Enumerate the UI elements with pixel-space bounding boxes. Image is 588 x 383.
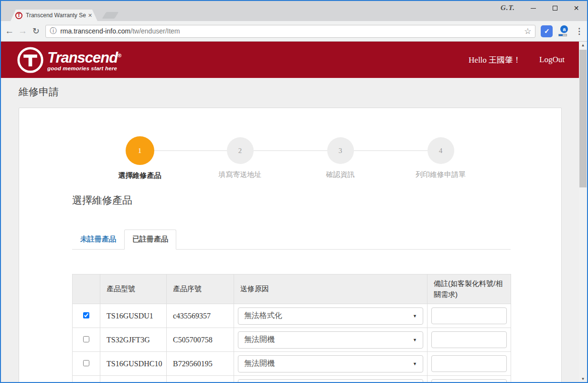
row-2-remark-input[interactable] (431, 331, 507, 348)
row-1-remark-input[interactable] (431, 307, 507, 324)
url-domain: rma.transcend-info.com (60, 27, 130, 35)
browser-window: { "browser": { "profile_name": "G.T.", "… (0, 0, 588, 383)
row-2-checkbox[interactable] (83, 336, 89, 342)
row-2-serial: C505700758 (167, 328, 234, 352)
logo-text: Transcend® good memories start here (47, 48, 121, 71)
brand-tagline: good memories start here (47, 66, 121, 71)
step-2-label: 填寫寄送地址 (219, 170, 262, 179)
reload-button[interactable]: ↻ (29, 26, 43, 36)
step-3-label: 確認資訊 (326, 170, 355, 179)
row-4-reason-select[interactable]: 無法開機 ▼ (238, 379, 423, 383)
row-3-remark-input[interactable] (431, 355, 507, 372)
header-serial: 產品序號 (167, 274, 234, 304)
step-2-circle: 2 (227, 137, 254, 164)
letter-a-icon: a (560, 25, 568, 33)
row-4-serial: B729560194 (167, 376, 234, 383)
table-row: TS16GUSDU1 c435569357 無法格式化 ▼ (73, 304, 511, 328)
close-icon: ✕ (574, 5, 579, 11)
table-header-row: 產品型號 產品序號 送修原因 備註(如客製化料號/相關需求) (73, 274, 511, 304)
step-3-circle: 3 (327, 137, 354, 164)
row-3-reason-select[interactable]: 無法開機 ▼ (238, 355, 423, 372)
close-button[interactable]: ✕ (566, 1, 587, 15)
site-header: Transcend® good memories start here Hell… (1, 42, 579, 78)
chevron-down-icon: ▼ (413, 338, 417, 342)
header-checkbox-col (73, 274, 100, 304)
step-4-print-form: 4 列印維修申請單 (391, 136, 491, 180)
step-1-circle: 1 (126, 136, 154, 165)
row-4-remark-input[interactable] (431, 379, 507, 383)
forward-button[interactable]: → (16, 26, 30, 36)
page-viewport: Transcend® good memories start here Hell… (1, 42, 579, 383)
window-controls: ✕ (523, 1, 587, 15)
browser-toolbar: ← → ↻ ⓘ rma.transcend-info.com /tw/endus… (1, 21, 587, 42)
transcend-logo-icon (17, 46, 44, 74)
page-info-icon[interactable]: ⓘ (50, 27, 56, 35)
extension-button-2[interactable]: a (558, 25, 570, 37)
header-right: Hello 王國肇！ LogOut (469, 55, 565, 66)
step-1-label: 選擇維修產品 (118, 171, 161, 180)
extension-button-1[interactable]: ✓ (541, 25, 553, 37)
minimize-icon (531, 8, 536, 9)
content-card: 1 選擇維修產品 2 填寫寄送地址 3 確認資訊 4 列印維修申請單 選擇維修產… (19, 108, 562, 383)
row-1-reason-select[interactable]: 無法格式化 ▼ (238, 307, 423, 325)
address-bar[interactable]: ⓘ rma.transcend-info.com /tw/enduser/Ite… (45, 25, 535, 38)
row-2-model: TS32GJFT3G (100, 328, 167, 352)
back-button[interactable]: ← (3, 26, 16, 36)
maximize-button[interactable] (544, 1, 566, 15)
chrome-profile-button[interactable]: G.T. (501, 4, 515, 12)
scroll-down-icon[interactable]: ▼ (579, 375, 587, 383)
minimize-button[interactable] (523, 1, 544, 15)
logout-link[interactable]: LogOut (539, 55, 565, 65)
vertical-scrollbar[interactable]: ▲ ▼ (579, 42, 587, 383)
table-row: TS16GUSDHC10 B729560195 無法開機 ▼ (73, 352, 511, 376)
product-tabs: 未註冊產品 已註冊產品 (72, 229, 511, 250)
table-row: TS32GJFT3G C505700758 無法開機 ▼ (73, 328, 511, 352)
slider-icon (558, 34, 567, 36)
header-reason: 送修原因 (234, 274, 428, 304)
chevron-down-icon: ▼ (413, 361, 417, 366)
row-3-checkbox[interactable] (83, 360, 89, 366)
page-title: 維修申請 (1, 78, 579, 108)
maximize-icon (553, 6, 557, 11)
section-title: 選擇維修產品 (72, 194, 561, 207)
step-2-shipping-address: 2 填寫寄送地址 (190, 136, 290, 180)
row-1-serial: c435569357 (167, 304, 234, 328)
chrome-menu-button[interactable]: ⋮ (575, 26, 583, 36)
new-tab-button[interactable] (102, 12, 119, 19)
row-1-checkbox[interactable] (83, 312, 89, 318)
product-table: 產品型號 產品序號 送修原因 備註(如客製化料號/相關需求) TS16GUSDU… (72, 274, 511, 383)
transcend-favicon-icon: T (15, 12, 22, 19)
step-4-label: 列印維修申請單 (416, 170, 466, 179)
tab-unregistered-products[interactable]: 未註冊產品 (72, 230, 124, 250)
row-3-model: TS16GUSDHC10 (100, 352, 167, 376)
chevron-down-icon: ▼ (413, 314, 417, 318)
row-1-model: TS16GUSDU1 (100, 304, 167, 328)
user-greeting: Hello 王國肇！ (469, 55, 521, 66)
step-4-circle: 4 (428, 137, 454, 164)
tab-title: Transcend Warranty Se (26, 12, 87, 19)
row-2-reason-select[interactable]: 無法開機 ▼ (238, 331, 423, 349)
header-remark: 備註(如客製化料號/相關需求) (428, 274, 511, 304)
brand-name: Transcend (47, 50, 118, 66)
title-bar: T Transcend Warranty Se ✕ G.T. ✕ (1, 1, 587, 21)
tab-close-icon[interactable]: ✕ (88, 12, 92, 19)
progress-steps: 1 選擇維修產品 2 填寫寄送地址 3 確認資訊 4 列印維修申請單 (90, 108, 491, 180)
registered-mark: ® (118, 53, 121, 58)
row-3-serial: B729560195 (167, 352, 234, 376)
table-row: TS16GUSDHC10 B729560194 無法開機 ▼ (73, 376, 511, 383)
tab-registered-products[interactable]: 已註冊產品 (124, 230, 176, 250)
row-4-model: TS16GUSDHC10 (100, 376, 167, 383)
step-3-confirm-info: 3 確認資訊 (290, 136, 391, 180)
header-model: 產品型號 (100, 274, 167, 304)
step-1-select-product: 1 選擇維修產品 (90, 136, 190, 180)
url-path: /tw/enduser/Item (130, 27, 180, 35)
bookmark-star-icon[interactable]: ☆ (524, 26, 531, 36)
check-icon: ✓ (544, 27, 550, 35)
scrollbar-thumb[interactable] (579, 50, 587, 187)
browser-tab[interactable]: T Transcend Warranty Se ✕ (11, 10, 97, 21)
scroll-up-icon[interactable]: ▲ (579, 42, 587, 49)
